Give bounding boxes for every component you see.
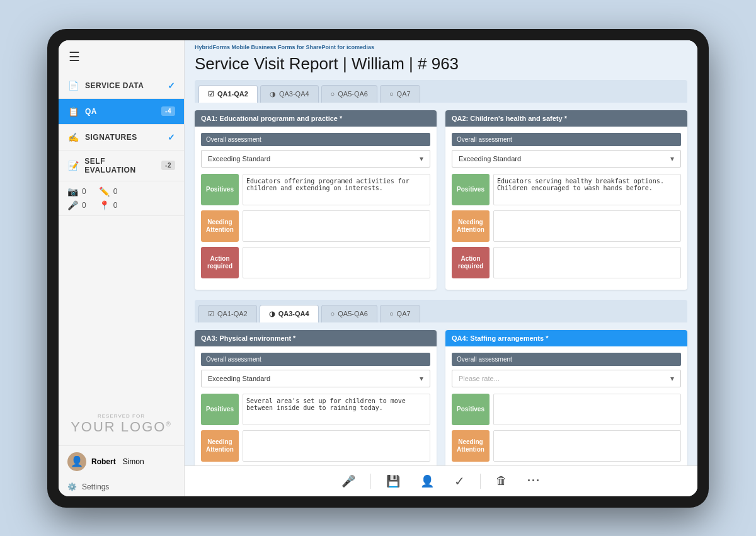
app-subtitle: Mobile Business Forms for SharePoint for…: [232, 44, 375, 50]
qa3-section: QA3: Physical environment * Overall asse…: [195, 330, 437, 465]
toolbar-check-btn[interactable]: ✓: [449, 471, 470, 491]
logo-text: YOUR LOGO®: [71, 419, 172, 435]
tab-qa7-label-bottom: QA7: [397, 310, 411, 317]
qa4-positives-row: Positives: [452, 394, 681, 425]
toolbar-sep-1: [370, 474, 371, 489]
tab-bar-bottom: ☑ QA1-QA2 ◑ QA3-QA4 ○ QA5-QA6 ○ QA7: [195, 300, 687, 322]
qa3-positives-label: Positives: [201, 394, 239, 425]
qa1-needing-label: Needing Attention: [201, 210, 239, 242]
settings-gear-icon: ⚙️: [67, 482, 77, 491]
tab-qa3-qa4-top[interactable]: ◑ QA3-QA4: [260, 85, 319, 103]
bottom-toolbar: 🎤 💾 👤 ✓ 🗑 ···: [185, 465, 697, 496]
menu-icon[interactable]: ☰: [59, 40, 184, 73]
tab-qa7-bottom[interactable]: ○ QA7: [380, 305, 420, 322]
tablet-device: ☰ 📄 SERVICE DATA ✓ 📋 QA -4 ✍️ SIGNATURES…: [47, 29, 709, 508]
signatures-check: ✓: [168, 132, 176, 142]
sidebar-item-self-evaluation[interactable]: 📝 SELF EVALUATION -2: [59, 151, 184, 181]
qa3-body: Overall assessment Exceeding Standard ▾ …: [195, 346, 437, 465]
qa3-dropdown-arrow: ▾: [420, 374, 423, 383]
tab-qa3-qa4-label-top: QA3-QA4: [279, 90, 309, 98]
reserved-for-label: RESERVED FOR: [98, 413, 145, 419]
qa4-needing-label: Needing Attention: [452, 430, 490, 462]
qa3-positives-row: Positives Several area's set up for chil…: [201, 394, 430, 425]
qa3-positives-textarea[interactable]: Several area's set up for children to mo…: [243, 394, 430, 425]
tab-qa5-qa6-bottom[interactable]: ○ QA5-QA6: [321, 305, 377, 322]
tab-qa7-icon-bottom: ○: [389, 310, 394, 317]
settings-item[interactable]: ⚙️ Settings: [59, 477, 184, 496]
qa2-positives-label: Positives: [452, 174, 490, 205]
tab-qa1-qa2-icon: ☑: [208, 90, 214, 98]
qa3-needing-textarea[interactable]: [243, 430, 430, 462]
sidebar-item-signatures[interactable]: ✍️ SIGNATURES ✓: [59, 125, 184, 151]
tab-qa3-qa4-bottom[interactable]: ◑ QA3-QA4: [260, 305, 319, 322]
qa2-assessment-label: Overall assessment: [452, 133, 681, 146]
qa1-positives-row: Positives Educators offering programed a…: [201, 174, 430, 205]
toolbar-mic-btn[interactable]: 🎤: [336, 472, 360, 491]
qa2-needing-row: Needing Attention: [452, 210, 681, 242]
qa4-positives-textarea[interactable]: [493, 394, 681, 425]
qa4-section: QA4: Staffing arrangements * Overall ass…: [445, 330, 687, 465]
service-data-check: ✓: [168, 81, 176, 91]
qa1-header: QA1: Educational programm and practice *: [195, 110, 437, 127]
mic-count: 0: [82, 201, 86, 210]
qa-icon: 📋: [67, 105, 80, 118]
tab-qa5-qa6-label-top: QA5-QA6: [338, 90, 368, 98]
sidebar-item-self-eval-label: SELF EVALUATION: [84, 157, 156, 174]
qa3-dropdown[interactable]: Exceeding Standard ▾: [201, 370, 430, 387]
qa1-positives-textarea[interactable]: Educators offering programed activities …: [243, 174, 430, 205]
tab-qa1-qa2-top[interactable]: ☑ QA1-QA2: [198, 85, 258, 103]
camera-count: 0: [82, 187, 86, 196]
qa2-needing-label: Needing Attention: [452, 210, 490, 242]
edit-counter: ✏️ 0: [99, 186, 118, 197]
qa4-assessment-label: Overall assessment: [452, 353, 681, 366]
qa-grid-bottom: QA3: Physical environment * Overall asse…: [195, 330, 687, 465]
tab-qa1-qa2-bottom[interactable]: ☑ QA1-QA2: [198, 305, 257, 322]
qa2-action-label: Action required: [452, 247, 490, 278]
tab-qa5-qa6-icon-bottom: ○: [331, 310, 335, 317]
toolbar-delete-btn[interactable]: 🗑: [491, 472, 512, 490]
tab-qa5-qa6-top[interactable]: ○ QA5-QA6: [321, 85, 377, 103]
tab-bar-top: ☑ QA1-QA2 ◑ QA3-QA4 ○ QA5-QA6 ○ QA7: [195, 80, 687, 103]
qa2-dropdown[interactable]: Exceeding Standard ▾: [452, 150, 681, 168]
qa4-needing-textarea[interactable]: [493, 430, 681, 462]
qa-grid-top: QA1: Educational programm and practice *…: [195, 110, 687, 290]
qa2-positives-row: Positives Educators serving healthy brea…: [452, 174, 681, 205]
qa3-assessment-label: Overall assessment: [201, 353, 430, 366]
camera-icon: 📷: [67, 186, 78, 197]
counter-row-1: 📷 0 ✏️ 0: [67, 186, 175, 197]
edit-icon: ✏️: [99, 186, 110, 197]
mic-icon: 🎤: [67, 200, 78, 210]
toolbar-user-btn[interactable]: 👤: [415, 472, 439, 491]
toolbar-save-btn[interactable]: 💾: [381, 472, 405, 491]
sidebar-item-service-data-label: SERVICE DATA: [85, 81, 144, 90]
qa4-dropdown[interactable]: Please rate... ▾: [452, 370, 681, 387]
qa2-positives-textarea[interactable]: Educators serving healthy breakfast opti…: [493, 174, 681, 205]
tab-qa7-top[interactable]: ○ QA7: [380, 85, 420, 103]
sidebar-item-signatures-label: SIGNATURES: [85, 133, 137, 142]
scroll-area[interactable]: ☑ QA1-QA2 ◑ QA3-QA4 ○ QA5-QA6 ○ QA7: [185, 80, 697, 465]
toolbar-more-btn[interactable]: ···: [522, 472, 546, 490]
sidebar-item-service-data[interactable]: 📄 SERVICE DATA ✓: [59, 73, 184, 99]
tab-qa3-qa4-label-bottom: QA3-QA4: [278, 310, 309, 317]
qa1-needing-textarea[interactable]: [243, 210, 430, 242]
toolbar-sep-2: [480, 474, 481, 489]
qa2-action-row: Action required: [452, 247, 681, 278]
tab-qa1-qa2-label-bottom: QA1-QA2: [217, 310, 248, 317]
qa2-action-textarea[interactable]: [493, 247, 681, 278]
qa1-dropdown[interactable]: Exceeding Standard ▾: [201, 150, 430, 168]
qa4-dropdown-arrow: ▾: [670, 374, 674, 383]
qa2-dropdown-value: Exceeding Standard: [459, 155, 521, 163]
sidebar: ☰ 📄 SERVICE DATA ✓ 📋 QA -4 ✍️ SIGNATURES…: [59, 40, 185, 496]
pin-icon: 📍: [99, 200, 110, 210]
tab-qa3-qa4-icon-top: ◑: [270, 90, 276, 98]
tab-qa7-icon-top: ○: [389, 90, 394, 98]
qa3-header: QA3: Physical environment *: [195, 330, 437, 346]
qa1-action-textarea[interactable]: [243, 247, 430, 278]
qa1-body: Overall assessment Exceeding Standard ▾ …: [195, 127, 437, 290]
qa4-needing-row: Needing Attention: [452, 430, 681, 462]
sidebar-item-qa[interactable]: 📋 QA -4: [59, 99, 184, 125]
tab-qa5-qa6-icon-top: ○: [331, 90, 335, 98]
tab-qa1-qa2-label: QA1-QA2: [217, 90, 248, 98]
qa2-needing-textarea[interactable]: [493, 210, 681, 242]
qa1-action-label: Action required: [201, 247, 239, 278]
